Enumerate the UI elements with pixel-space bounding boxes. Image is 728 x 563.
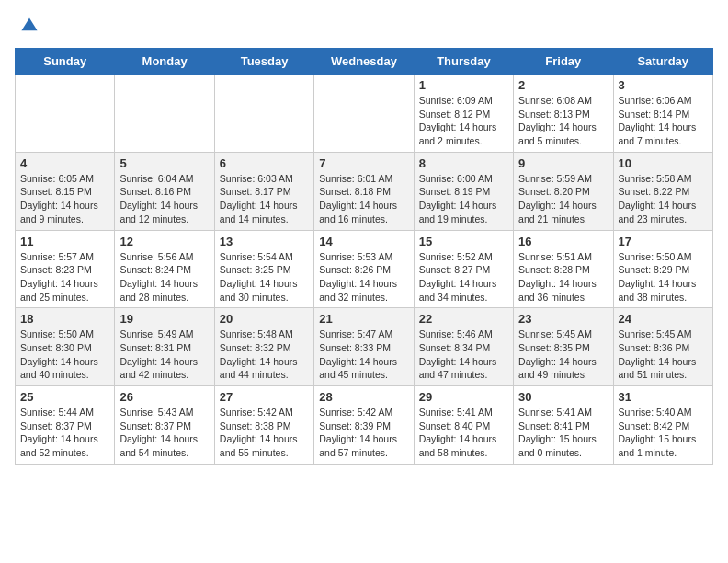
day-cell-12: 12Sunrise: 5:56 AM Sunset: 8:24 PM Dayli… <box>115 230 214 308</box>
day-info: Sunrise: 5:45 AM Sunset: 8:35 PM Dayligh… <box>518 327 608 382</box>
day-number: 15 <box>419 235 508 248</box>
day-cell-17: 17Sunrise: 5:50 AM Sunset: 8:29 PM Dayli… <box>613 230 712 308</box>
day-number: 19 <box>119 312 209 326</box>
weekday-header-sunday: Sunday <box>16 49 115 75</box>
day-info: Sunrise: 5:50 AM Sunset: 8:29 PM Dayligh… <box>619 250 708 304</box>
day-number: 10 <box>619 156 708 170</box>
day-cell-19: 19Sunrise: 5:49 AM Sunset: 8:31 PM Dayli… <box>115 308 214 386</box>
day-number: 11 <box>20 235 109 248</box>
day-cell-9: 9Sunrise: 5:59 AM Sunset: 8:20 PM Daylig… <box>514 152 613 230</box>
week-row-4: 18Sunrise: 5:50 AM Sunset: 8:30 PM Dayli… <box>16 308 713 386</box>
weekday-header-wednesday: Wednesday <box>314 49 414 75</box>
week-row-3: 11Sunrise: 5:57 AM Sunset: 8:23 PM Dayli… <box>16 230 713 308</box>
day-info: Sunrise: 5:52 AM Sunset: 8:27 PM Dayligh… <box>419 250 508 304</box>
day-number: 22 <box>419 312 508 326</box>
day-cell-8: 8Sunrise: 6:00 AM Sunset: 8:19 PM Daylig… <box>414 152 513 230</box>
day-cell-26: 26Sunrise: 5:43 AM Sunset: 8:37 PM Dayli… <box>115 386 214 465</box>
day-cell-14: 14Sunrise: 5:53 AM Sunset: 8:26 PM Dayli… <box>314 230 414 308</box>
day-cell-18: 18Sunrise: 5:50 AM Sunset: 8:30 PM Dayli… <box>16 308 115 386</box>
weekday-header-friday: Friday <box>514 49 613 75</box>
day-cell-30: 30Sunrise: 5:41 AM Sunset: 8:41 PM Dayli… <box>514 386 613 465</box>
day-number: 20 <box>220 312 309 326</box>
day-number: 29 <box>419 390 508 404</box>
day-cell-28: 28Sunrise: 5:42 AM Sunset: 8:39 PM Dayli… <box>314 386 414 465</box>
day-number: 30 <box>518 390 608 404</box>
day-cell-27: 27Sunrise: 5:42 AM Sunset: 8:38 PM Dayli… <box>214 386 313 465</box>
day-cell-23: 23Sunrise: 5:45 AM Sunset: 8:35 PM Dayli… <box>514 308 613 386</box>
day-info: Sunrise: 5:49 AM Sunset: 8:31 PM Dayligh… <box>119 327 209 382</box>
day-info: Sunrise: 5:46 AM Sunset: 8:34 PM Dayligh… <box>419 327 508 382</box>
day-cell-13: 13Sunrise: 5:54 AM Sunset: 8:25 PM Dayli… <box>214 230 313 308</box>
day-number: 14 <box>319 235 408 248</box>
logo-icon <box>18 15 40 37</box>
day-info: Sunrise: 6:05 AM Sunset: 8:15 PM Dayligh… <box>20 172 109 226</box>
day-info: Sunrise: 5:53 AM Sunset: 8:26 PM Dayligh… <box>319 250 408 304</box>
day-info: Sunrise: 5:56 AM Sunset: 8:24 PM Dayligh… <box>119 250 209 304</box>
day-info: Sunrise: 5:41 AM Sunset: 8:40 PM Dayligh… <box>419 406 508 460</box>
day-number: 16 <box>518 235 608 248</box>
day-cell-16: 16Sunrise: 5:51 AM Sunset: 8:28 PM Dayli… <box>514 230 613 308</box>
day-info: Sunrise: 5:58 AM Sunset: 8:22 PM Dayligh… <box>619 172 708 226</box>
day-number: 13 <box>220 235 309 248</box>
day-cell-2: 2Sunrise: 6:08 AM Sunset: 8:13 PM Daylig… <box>514 75 613 153</box>
week-row-2: 4Sunrise: 6:05 AM Sunset: 8:15 PM Daylig… <box>16 152 713 230</box>
day-info: Sunrise: 5:48 AM Sunset: 8:32 PM Dayligh… <box>220 327 309 382</box>
day-number: 26 <box>119 390 209 404</box>
day-number: 27 <box>220 390 309 404</box>
day-number: 18 <box>20 312 109 326</box>
weekday-header-monday: Monday <box>115 49 214 75</box>
day-number: 7 <box>319 156 408 170</box>
day-info: Sunrise: 5:47 AM Sunset: 8:33 PM Dayligh… <box>319 327 408 382</box>
day-info: Sunrise: 6:06 AM Sunset: 8:14 PM Dayligh… <box>619 94 708 148</box>
day-number: 21 <box>319 312 408 326</box>
day-cell-15: 15Sunrise: 5:52 AM Sunset: 8:27 PM Dayli… <box>414 230 513 308</box>
logo-text <box>15 15 40 37</box>
day-cell-5: 5Sunrise: 6:04 AM Sunset: 8:16 PM Daylig… <box>115 152 214 230</box>
day-cell-10: 10Sunrise: 5:58 AM Sunset: 8:22 PM Dayli… <box>613 152 712 230</box>
day-number: 2 <box>518 78 608 92</box>
day-info: Sunrise: 6:01 AM Sunset: 8:18 PM Dayligh… <box>319 172 408 226</box>
day-info: Sunrise: 5:41 AM Sunset: 8:41 PM Dayligh… <box>518 406 608 460</box>
weekday-header-tuesday: Tuesday <box>214 49 313 75</box>
day-cell-3: 3Sunrise: 6:06 AM Sunset: 8:14 PM Daylig… <box>613 75 712 153</box>
day-info: Sunrise: 6:00 AM Sunset: 8:19 PM Dayligh… <box>419 172 508 226</box>
day-info: Sunrise: 5:42 AM Sunset: 8:38 PM Dayligh… <box>220 406 309 460</box>
day-number: 25 <box>20 390 109 404</box>
day-number: 8 <box>419 156 508 170</box>
day-info: Sunrise: 5:59 AM Sunset: 8:20 PM Dayligh… <box>518 172 608 226</box>
day-info: Sunrise: 5:42 AM Sunset: 8:39 PM Dayligh… <box>319 406 408 460</box>
weekday-header-saturday: Saturday <box>613 49 712 75</box>
empty-cell <box>314 75 414 153</box>
day-number: 1 <box>419 78 508 92</box>
weekday-header-thursday: Thursday <box>414 49 513 75</box>
day-number: 4 <box>20 156 109 170</box>
day-info: Sunrise: 6:08 AM Sunset: 8:13 PM Dayligh… <box>518 94 608 148</box>
svg-marker-0 <box>21 17 37 30</box>
day-cell-1: 1Sunrise: 6:09 AM Sunset: 8:12 PM Daylig… <box>414 75 513 153</box>
empty-cell <box>214 75 313 153</box>
day-cell-24: 24Sunrise: 5:45 AM Sunset: 8:36 PM Dayli… <box>613 308 712 386</box>
logo <box>15 15 40 37</box>
day-number: 17 <box>619 235 708 248</box>
week-row-1: 1Sunrise: 6:09 AM Sunset: 8:12 PM Daylig… <box>16 75 713 153</box>
day-info: Sunrise: 5:50 AM Sunset: 8:30 PM Dayligh… <box>20 327 109 382</box>
day-number: 9 <box>518 156 608 170</box>
day-info: Sunrise: 5:40 AM Sunset: 8:42 PM Dayligh… <box>619 406 708 460</box>
day-cell-11: 11Sunrise: 5:57 AM Sunset: 8:23 PM Dayli… <box>16 230 115 308</box>
day-info: Sunrise: 5:51 AM Sunset: 8:28 PM Dayligh… <box>518 250 608 304</box>
page-header <box>15 15 713 37</box>
day-info: Sunrise: 6:04 AM Sunset: 8:16 PM Dayligh… <box>119 172 209 226</box>
day-number: 3 <box>619 78 708 92</box>
day-number: 5 <box>119 156 209 170</box>
day-cell-25: 25Sunrise: 5:44 AM Sunset: 8:37 PM Dayli… <box>16 386 115 465</box>
day-info: Sunrise: 5:45 AM Sunset: 8:36 PM Dayligh… <box>619 327 708 382</box>
empty-cell <box>115 75 214 153</box>
day-number: 31 <box>619 390 708 404</box>
weekday-header-row: SundayMondayTuesdayWednesdayThursdayFrid… <box>16 49 713 75</box>
day-info: Sunrise: 5:54 AM Sunset: 8:25 PM Dayligh… <box>220 250 309 304</box>
day-number: 24 <box>619 312 708 326</box>
day-info: Sunrise: 5:44 AM Sunset: 8:37 PM Dayligh… <box>20 406 109 460</box>
day-number: 6 <box>220 156 309 170</box>
day-cell-20: 20Sunrise: 5:48 AM Sunset: 8:32 PM Dayli… <box>214 308 313 386</box>
day-cell-6: 6Sunrise: 6:03 AM Sunset: 8:17 PM Daylig… <box>214 152 313 230</box>
